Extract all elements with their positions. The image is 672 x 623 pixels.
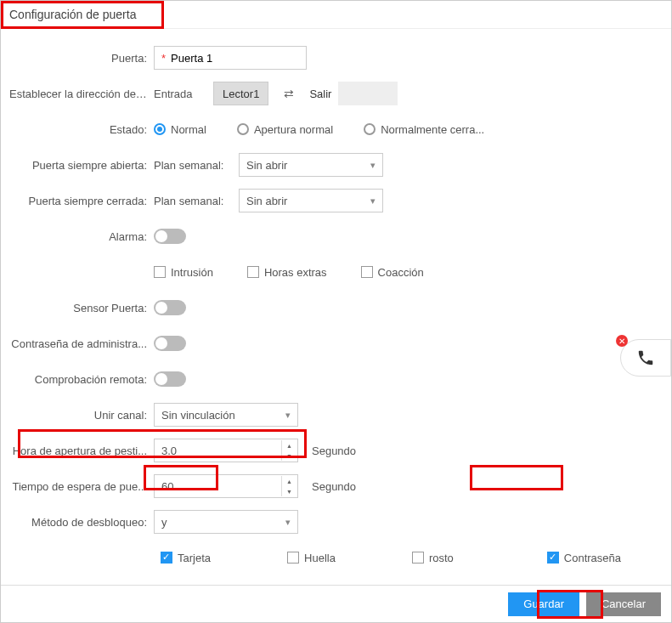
salir-label: Salir <box>309 88 331 100</box>
select-metodo[interactable]: y <box>154 510 298 534</box>
label-direccion: Establecer la dirección del... <box>9 88 154 100</box>
check-rosto[interactable]: rosto <box>412 552 454 564</box>
plan-semanal-label-1: Plan semanal: <box>154 159 227 172</box>
toggle-sensor[interactable] <box>154 300 186 315</box>
puerta-input[interactable] <box>171 48 298 68</box>
close-icon[interactable]: ✕ <box>616 335 628 347</box>
reader-entrada[interactable]: Lector1 <box>213 82 268 105</box>
check-contrasena[interactable]: Contraseña <box>547 552 621 564</box>
spinner-up-icon[interactable]: ▲ <box>281 476 296 486</box>
label-espera: Tiempo de espera de pue... <box>9 480 154 493</box>
label-admin-pass: Contraseña de administra... <box>9 337 154 350</box>
spinner-down-icon[interactable]: ▼ <box>281 486 296 496</box>
label-siempre-cerrada: Puerta siempre cerrada: <box>9 195 154 207</box>
select-unir-canal[interactable]: Sin vinculación <box>154 403 298 427</box>
spinner-apertura[interactable]: 3.0 ▲▼ <box>154 439 298 462</box>
check-horas-extras[interactable]: Horas extras <box>247 266 327 279</box>
dialog-footer: Guardar Cancelar <box>1 585 671 622</box>
unit-segundo-1: Segundo <box>312 445 356 457</box>
cancelar-button[interactable]: Cancelar <box>586 592 661 616</box>
reader-salir[interactable] <box>338 82 398 105</box>
unit-segundo-2: Segundo <box>312 480 356 493</box>
plan-semanal-label-2: Plan semanal: <box>154 195 227 207</box>
toggle-alarma[interactable] <box>154 229 186 244</box>
label-metodo: Método de desbloqueo: <box>9 516 154 529</box>
phone-widget[interactable]: ✕ <box>620 339 671 377</box>
required-star: * <box>161 52 166 65</box>
label-alarma: Alarma: <box>9 230 154 243</box>
select-plan-cerrada[interactable]: Sin abrir <box>239 189 383 212</box>
label-remota: Comprobación remota: <box>9 373 154 386</box>
guardar-button[interactable]: Guardar <box>508 592 579 616</box>
dialog-title: Configuración de puerta <box>1 1 671 29</box>
label-estado: Estado: <box>9 123 154 136</box>
radio-normalmente-cerrada[interactable]: Normalmente cerra... <box>364 123 484 136</box>
check-coaccion[interactable]: Coacción <box>361 266 424 279</box>
phone-icon <box>636 348 655 367</box>
check-huella[interactable]: Huella <box>287 552 336 564</box>
radio-apertura-normal[interactable]: Apertura normal <box>237 123 333 136</box>
toggle-remota[interactable] <box>154 371 186 387</box>
check-intrusion[interactable]: Intrusión <box>154 266 213 279</box>
check-tarjeta[interactable]: Tarjeta <box>161 552 211 564</box>
entrada-label: Entrada <box>154 88 201 100</box>
spinner-espera[interactable]: 60 ▲▼ <box>154 474 298 498</box>
radio-normal[interactable]: Normal <box>154 123 206 136</box>
label-apertura: Hora de apertura de pesti... <box>9 445 154 457</box>
label-puerta: Puerta: <box>9 52 154 65</box>
select-plan-abierta[interactable]: Sin abrir <box>239 153 383 177</box>
label-siempre-abierta: Puerta siempre abierta: <box>9 159 154 172</box>
label-unir-canal: Unir canal: <box>9 409 154 422</box>
label-sensor: Sensor Puerta: <box>9 302 154 314</box>
spinner-down-icon[interactable]: ▼ <box>281 450 296 461</box>
spinner-up-icon[interactable]: ▲ <box>281 440 296 450</box>
lector1-segment[interactable]: Lector1 <box>214 82 268 105</box>
swap-icon[interactable]: ⇄ <box>284 87 294 100</box>
toggle-admin-pass[interactable] <box>154 336 186 351</box>
